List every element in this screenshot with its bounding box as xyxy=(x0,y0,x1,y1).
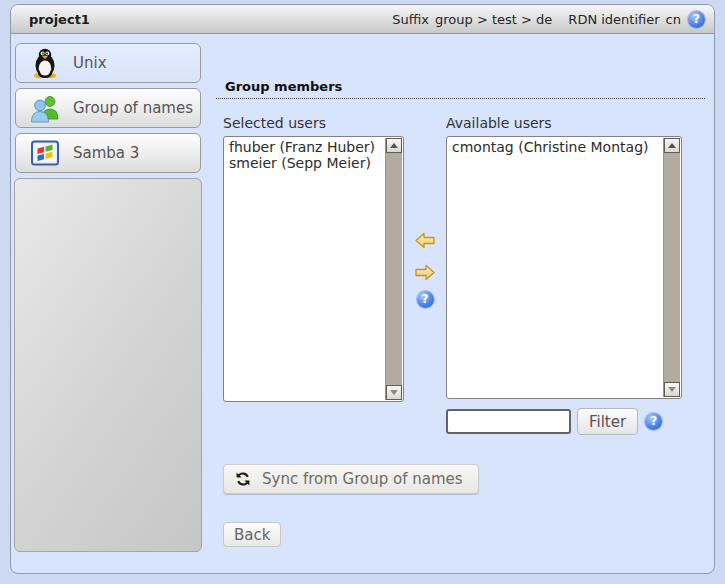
suffix-label: Suffix xyxy=(392,12,429,27)
sync-button-label: Sync from Group of names xyxy=(262,470,463,488)
user-selection-area: Selected users fhuber (Franz Huber) smei… xyxy=(223,115,705,435)
back-button[interactable]: Back xyxy=(223,522,281,547)
tab-group-of-names-label: Group of names xyxy=(73,99,193,117)
list-item[interactable]: smeier (Sepp Meier) xyxy=(229,155,381,171)
sync-icon xyxy=(235,471,251,487)
sync-row: Sync from Group of names xyxy=(223,464,705,494)
available-users-label: Available users xyxy=(446,115,682,131)
selected-users-items: fhuber (Franz Huber) smeier (Sepp Meier) xyxy=(224,137,403,173)
available-users-column: Available users cmontag (Christine Monta… xyxy=(446,115,682,435)
selected-users-column: Selected users fhuber (Franz Huber) smei… xyxy=(223,115,404,435)
title-bar: project1 Suffix group > test > de RDN id… xyxy=(11,5,714,34)
header-settings: Suffix group > test > de RDN identifier … xyxy=(392,11,714,28)
help-icon[interactable]: ? xyxy=(688,11,705,28)
move-buttons-column: ? xyxy=(404,115,446,435)
scroll-up-button[interactable] xyxy=(664,138,680,153)
move-right-button[interactable] xyxy=(415,264,435,281)
scrollbar[interactable] xyxy=(385,138,402,400)
sidebar-empty-panel xyxy=(14,178,202,552)
dialog-body: Unix Group of names xyxy=(11,34,714,574)
tab-samba3[interactable]: Samba 3 xyxy=(15,133,201,173)
group-of-names-icon xyxy=(29,92,61,124)
filter-input[interactable] xyxy=(446,409,571,434)
list-item[interactable]: fhuber (Franz Huber) xyxy=(229,139,381,155)
right-arrow-icon xyxy=(415,264,435,281)
filter-row: Filter ? xyxy=(446,408,682,435)
selected-users-listbox[interactable]: fhuber (Franz Huber) smeier (Sepp Meier) xyxy=(223,136,404,402)
rdn-identifier-value[interactable]: cn xyxy=(666,12,681,27)
scroll-down-button[interactable] xyxy=(664,382,680,397)
section-title: Group members xyxy=(216,79,705,99)
tab-unix[interactable]: Unix xyxy=(15,43,201,83)
group-members-page: Group members Selected users fhuber (Fra… xyxy=(206,34,714,574)
left-arrow-icon xyxy=(415,232,435,249)
list-item[interactable]: cmontag (Christine Montag) xyxy=(452,139,659,155)
scroll-down-button[interactable] xyxy=(386,385,402,400)
suffix-value[interactable]: group > test > de xyxy=(435,12,552,27)
module-tab-list: Unix Group of names xyxy=(11,34,206,574)
available-users-items: cmontag (Christine Montag) xyxy=(447,137,681,157)
sync-from-group-of-names-button[interactable]: Sync from Group of names xyxy=(223,464,479,494)
triangle-down-icon xyxy=(390,390,398,395)
rdn-identifier-label: RDN identifier xyxy=(568,12,659,27)
selected-users-label: Selected users xyxy=(223,115,404,131)
tab-group-of-names[interactable]: Group of names xyxy=(15,88,201,128)
available-users-listbox[interactable]: cmontag (Christine Montag) xyxy=(446,136,682,399)
filter-button[interactable]: Filter xyxy=(577,408,638,435)
triangle-up-icon xyxy=(390,143,398,148)
tux-icon xyxy=(29,47,61,79)
triangle-up-icon xyxy=(668,143,676,148)
tab-unix-label: Unix xyxy=(73,54,107,72)
page-title: project1 xyxy=(11,12,90,27)
scrollbar[interactable] xyxy=(663,138,680,397)
account-edit-dialog: project1 Suffix group > test > de RDN id… xyxy=(10,4,715,574)
samba-windows-icon xyxy=(29,137,61,169)
move-left-button[interactable] xyxy=(415,232,435,249)
scroll-up-button[interactable] xyxy=(386,138,402,153)
help-icon[interactable]: ? xyxy=(417,291,434,308)
help-icon[interactable]: ? xyxy=(645,413,662,430)
tab-samba3-label: Samba 3 xyxy=(73,144,139,162)
back-row: Back xyxy=(223,522,705,547)
triangle-down-icon xyxy=(668,387,676,392)
